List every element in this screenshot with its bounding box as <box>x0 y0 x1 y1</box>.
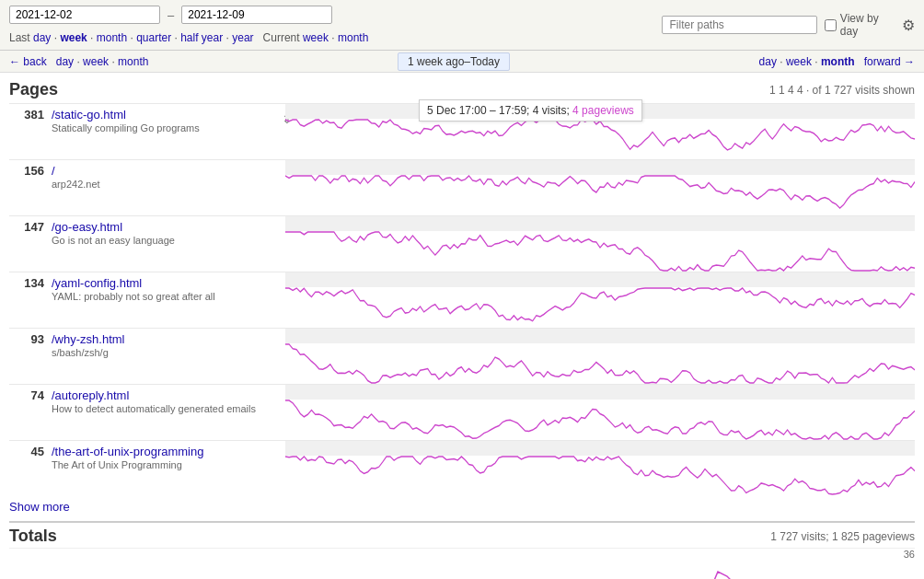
page-chart <box>285 216 915 272</box>
last-label: Last <box>9 31 33 44</box>
forward-day-link[interactable]: day <box>759 55 777 68</box>
sparkline-background <box>285 216 915 231</box>
sparkline-svg <box>285 119 915 159</box>
page-link[interactable]: /static-go.html <box>52 108 126 122</box>
page-info: 93 /why-zsh.html s/bash/zsh/g <box>9 329 285 384</box>
back-week-link[interactable]: week <box>83 55 109 68</box>
view-by-day-text: View by day <box>840 12 895 38</box>
page-link[interactable]: / <box>52 164 55 178</box>
filter-paths-input[interactable] <box>662 16 817 34</box>
page-description: YAML: probably not so great after all <box>9 291 285 302</box>
show-more-link[interactable]: Show more <box>9 500 915 514</box>
sparkline-background <box>285 272 915 287</box>
page-count: 74 <box>9 388 44 402</box>
table-row: 147 /go-easy.html Go is not an easy lang… <box>9 215 915 272</box>
page-chart <box>285 272 915 328</box>
nav-left: ← back day · week · month <box>9 55 148 68</box>
page-link[interactable]: /yaml-config.html <box>52 276 142 290</box>
view-by-day-checkbox[interactable] <box>825 19 837 31</box>
totals-section: Totals 1 727 visits; 1 825 pageviews 36 <box>9 521 915 579</box>
page-link[interactable]: /go-easy.html <box>52 220 122 234</box>
current-week-link[interactable]: week <box>303 31 329 44</box>
main-content: 5 Dec 17:00 – 17:59; 4 visits; 4 pagevie… <box>0 73 924 579</box>
sparkline-container <box>285 272 915 328</box>
last-period-links: Last day · week · month · quarter · half… <box>9 31 368 44</box>
top-bar-right: View by day ⚙ <box>662 12 916 38</box>
totals-sparkline <box>9 553 915 579</box>
page-link[interactable]: /autoreply.html <box>52 388 129 402</box>
sparkline-background <box>285 160 915 175</box>
back-day-link[interactable]: day <box>56 55 74 68</box>
last-month-link[interactable]: month <box>97 31 127 44</box>
table-row: 45 /the-art-of-unix-programming The Art … <box>9 440 915 496</box>
page-description: The Art of Unix Programming <box>9 459 285 470</box>
page-count: 147 <box>9 220 44 234</box>
page-chart <box>285 160 915 215</box>
sparkline-background <box>285 385 915 400</box>
sparkline-svg <box>285 456 915 496</box>
back-month-link[interactable]: month <box>118 55 148 68</box>
page-description: s/bash/zsh/g <box>9 347 285 358</box>
totals-chart: 36 <box>9 548 915 579</box>
sparkline-svg <box>285 343 915 384</box>
sparkline-background <box>285 441 915 456</box>
table-row: 156 / arp242.net <box>9 159 915 215</box>
page-chart <box>285 441 915 496</box>
back-link[interactable]: ← back <box>9 55 47 68</box>
top-bar: – Last day · week · month · quarter · ha… <box>0 0 924 51</box>
page-info: 74 /autoreply.html How to detect automat… <box>9 385 285 440</box>
table-row: 134 /yaml-config.html YAML: probably not… <box>9 272 915 328</box>
sparkline-container <box>285 441 915 496</box>
page-description: Statically compiling Go programs <box>9 122 285 133</box>
sparkline-svg <box>285 175 915 215</box>
forward-week-link[interactable]: week <box>786 55 812 68</box>
nav-right: day · week · month forward → <box>759 55 915 68</box>
period-badge: 1 week ago–Today <box>398 52 510 71</box>
totals-title: Totals <box>9 527 57 546</box>
page-description: Go is not an easy language <box>9 235 285 246</box>
top-bar-left: – Last day · week · month · quarter · ha… <box>9 6 662 44</box>
visits-shown: 1 1 4 4 · of 1 727 visits shown <box>769 84 915 97</box>
page-link[interactable]: /the-art-of-unix-programming <box>52 445 203 458</box>
page-rows-container: ⇕ 381 /static-go.html Statically compili… <box>9 103 915 496</box>
page-count: 156 <box>9 164 44 178</box>
totals-header: Totals 1 727 visits; 1 825 pageviews <box>9 527 915 546</box>
date-separator: – <box>167 8 174 22</box>
page-chart <box>285 329 915 384</box>
date-end-input[interactable] <box>181 6 332 24</box>
sparkline-container <box>285 329 915 384</box>
sparkline-svg <box>285 400 915 440</box>
tooltip-pageviews: 4 pageviews <box>570 104 634 117</box>
nav-center: 1 week ago–Today <box>398 54 510 68</box>
sparkline-svg <box>285 231 915 272</box>
pages-title: Pages <box>9 80 58 99</box>
page-info: 156 / arp242.net <box>9 160 285 215</box>
forward-link[interactable]: forward → <box>864 55 915 68</box>
page-info: 134 /yaml-config.html YAML: probably not… <box>9 272 285 328</box>
last-quarter-link[interactable]: quarter <box>136 31 171 44</box>
last-year-link[interactable]: year <box>232 31 253 44</box>
page-description: How to detect automatically generated em… <box>9 403 285 414</box>
last-half-year-link[interactable]: half year <box>180 31 223 44</box>
totals-chart-inner: 36 <box>9 549 915 579</box>
page-chart <box>285 385 915 440</box>
sparkline-container <box>285 160 915 215</box>
last-week-link[interactable]: week <box>60 31 87 44</box>
totals-stats: 1 727 visits; 1 825 pageviews <box>770 530 915 543</box>
settings-icon[interactable]: ⚙ <box>902 17 915 34</box>
date-start-input[interactable] <box>9 6 160 24</box>
table-row: 74 /autoreply.html How to detect automat… <box>9 384 915 440</box>
forward-month-link[interactable]: month <box>821 55 855 68</box>
tooltip-box: 5 Dec 17:00 – 17:59; 4 visits; 4 pagevie… <box>419 99 642 122</box>
page-count: 134 <box>9 276 44 290</box>
current-month-link[interactable]: month <box>338 31 368 44</box>
sparkline-container <box>285 216 915 272</box>
page-count: 93 <box>9 332 44 346</box>
table-row: 93 /why-zsh.html s/bash/zsh/g <box>9 328 915 384</box>
page-description: arp242.net <box>9 179 285 190</box>
page-info: ⇕ 381 /static-go.html Statically compili… <box>9 104 285 159</box>
page-link[interactable]: /why-zsh.html <box>52 332 124 346</box>
tooltip-text: 5 Dec 17:00 – 17:59; 4 visits; <box>427 104 570 117</box>
nav-bar: ← back day · week · month 1 week ago–Tod… <box>0 51 924 73</box>
last-day-link[interactable]: day <box>33 31 51 44</box>
